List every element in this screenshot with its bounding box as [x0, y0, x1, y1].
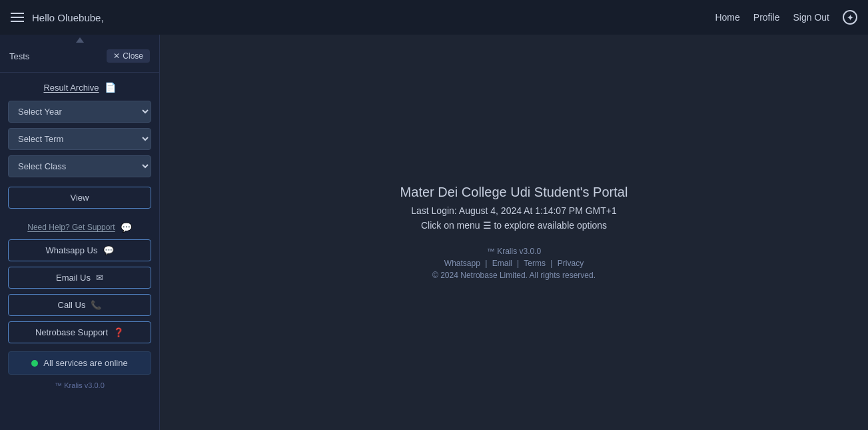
help-circle-icon: ❓ [113, 327, 124, 337]
divider [0, 72, 159, 73]
view-button[interactable]: View [8, 187, 151, 209]
explore-hint: Click on menu ☰ to explore available opt… [421, 220, 607, 231]
layout: Tests ✕ Close Result Archive 📄 Select Ye… [0, 35, 868, 430]
all-services-row: All services are online [8, 351, 151, 375]
sep1: | [485, 259, 487, 268]
footer-links: Whatsapp | Email | Terms | Privacy [444, 259, 584, 268]
need-help-label: Need Help? Get Support [27, 223, 115, 232]
need-help-row: Need Help? Get Support 💬 [0, 215, 159, 237]
footer-whatsapp-link[interactable]: Whatsapp [444, 259, 480, 268]
nav-signout-link[interactable]: Sign Out [793, 12, 829, 23]
netrobase-support-button[interactable]: Netrobase Support ❓ [8, 321, 151, 343]
online-status-dot [31, 360, 38, 367]
email-label: Email Us [56, 273, 91, 283]
topnav: Hello Oluebube, Home Profile Sign Out ✦ [0, 0, 868, 35]
whatsapp-icon: 💬 [103, 245, 114, 255]
call-button[interactable]: Call Us 📞 [8, 294, 151, 316]
sep2: | [517, 259, 519, 268]
topnav-left: Hello Oluebube, [11, 12, 104, 23]
archive-icon: 📄 [105, 82, 116, 93]
close-button[interactable]: ✕ Close [107, 49, 150, 63]
footer-version: ™ Kralis v3.0.0 [487, 247, 541, 256]
portal-title: Mater Dei College Udi Student's Portal [400, 185, 628, 200]
select-class[interactable]: Select Class [8, 155, 151, 177]
netrobase-label: Netrobase Support [35, 327, 108, 337]
call-label: Call Us [58, 300, 86, 310]
theme-toggle-icon[interactable]: ✦ [843, 10, 857, 25]
select-term[interactable]: Select Term [8, 128, 151, 150]
whatsapp-button[interactable]: Whatsapp Us 💬 [8, 239, 151, 261]
result-archive-row[interactable]: Result Archive 📄 [0, 77, 159, 98]
tests-label: Tests [9, 51, 29, 61]
sidebar: Tests ✕ Close Result Archive 📄 Select Ye… [0, 35, 160, 430]
close-label: Close [123, 51, 143, 61]
footer-copy: © 2024 Netrobase Limited. All rights res… [432, 271, 596, 280]
whatsapp-label: Whatsapp Us [45, 245, 97, 255]
scroll-indicator-icon [76, 37, 84, 43]
phone-icon: 📞 [91, 300, 101, 310]
topnav-greeting: Hello Oluebube, [32, 12, 104, 23]
footer-email-link[interactable]: Email [492, 259, 512, 268]
nav-profile-link[interactable]: Profile [753, 12, 780, 23]
hamburger-icon[interactable] [11, 13, 24, 22]
sidebar-version: ™ Kralis v3.0.0 [0, 377, 159, 396]
footer-terms-link[interactable]: Terms [524, 259, 546, 268]
email-button[interactable]: Email Us ✉ [8, 267, 151, 289]
email-icon: ✉ [96, 273, 103, 283]
select-year[interactable]: Select Year [8, 101, 151, 123]
topnav-right: Home Profile Sign Out ✦ [715, 10, 857, 25]
close-x-icon: ✕ [113, 51, 120, 61]
sidebar-top-row: Tests ✕ Close [0, 40, 159, 68]
last-login: Last Login: August 4, 2024 At 1:14:07 PM… [411, 205, 617, 216]
main-content: Mater Dei College Udi Student's Portal L… [160, 35, 868, 430]
chat-icon: 💬 [121, 222, 132, 233]
footer-privacy-link[interactable]: Privacy [558, 259, 584, 268]
sep3: | [550, 259, 552, 268]
result-archive-label: Result Archive [43, 83, 99, 93]
all-services-label: All services are online [43, 358, 127, 368]
nav-home-link[interactable]: Home [715, 12, 739, 23]
